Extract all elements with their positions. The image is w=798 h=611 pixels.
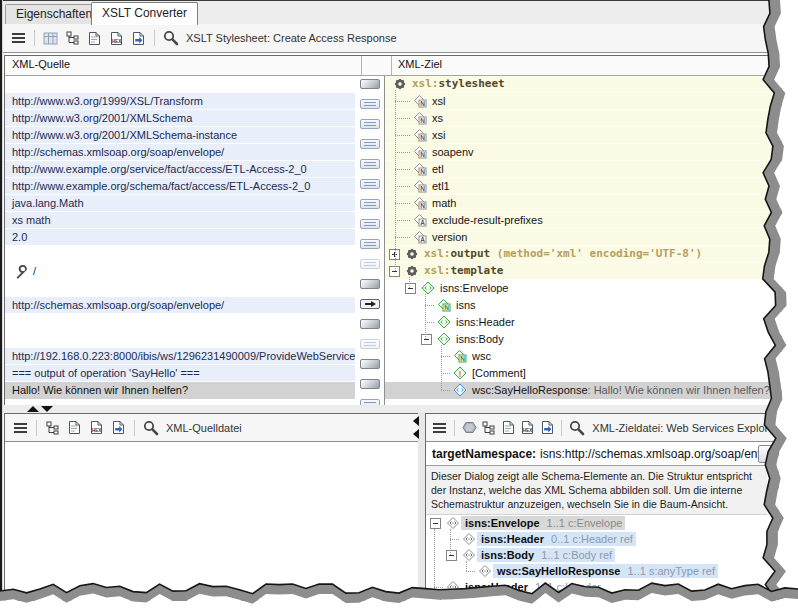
splitter-collapse-left2-icon[interactable] <box>413 429 419 439</box>
mapping-lines-faint-button[interactable] <box>360 259 380 269</box>
doc-icon[interactable] <box>86 30 103 47</box>
mapping-solid-button[interactable] <box>360 79 380 89</box>
source-row[interactable]: http://www.w3.org/1999/XSL/Transform <box>5 93 355 110</box>
target-tree-row[interactable]: xsl:stylesheet <box>385 76 781 93</box>
mapping-lines-button[interactable] <box>360 239 380 249</box>
collapse-icon[interactable] <box>421 334 432 345</box>
mapping-solid-button[interactable] <box>360 319 380 329</box>
source-row[interactable]: 2.0 <box>5 229 355 246</box>
toolbar-separator <box>134 420 135 436</box>
schema-tree-row[interactable]: isns:Body1..1 c:Body ref <box>426 547 778 563</box>
splitter-collapse-up-icon[interactable] <box>27 406 39 412</box>
target-tree-row[interactable]: xsl:output (method='xml' encoding='UTF-8… <box>385 246 781 263</box>
source-row[interactable] <box>5 331 355 348</box>
source-row[interactable] <box>5 246 355 263</box>
doc-import-icon[interactable] <box>130 30 147 47</box>
search-icon[interactable] <box>162 30 179 47</box>
xml-target-tree: xsl:stylesheet Nxsl Nxs Nxsi Nsoapenv Ne… <box>385 76 781 405</box>
doc-icon[interactable] <box>66 419 83 436</box>
target-tree-row[interactable]: Nxs <box>385 110 781 127</box>
tree-icon[interactable] <box>44 419 61 436</box>
source-row[interactable]: http://192.168.0.223:8000/ibis/ws/129623… <box>5 348 355 365</box>
mapping-arrow-button[interactable] <box>360 299 380 309</box>
doc-import-icon[interactable] <box>110 419 127 436</box>
source-row-selected[interactable]: Hallo! Wie können wir Ihnen helfen? <box>5 382 355 399</box>
doc-hex-icon[interactable]: HEX <box>521 419 535 436</box>
collapse-icon[interactable] <box>405 283 416 294</box>
source-row[interactable] <box>5 76 355 93</box>
target-tree-row[interactable]: Nsoapenv <box>385 144 781 161</box>
target-tree-row[interactable]: Aversion <box>385 229 781 246</box>
tree-connector <box>441 373 450 374</box>
xml-ziel-header: XML-Ziel <box>392 56 781 75</box>
source-row[interactable]: http://schemas.xmlsoap.org/soap/envelope… <box>5 297 355 314</box>
source-row[interactable]: http://schemas.xmlsoap.org/soap/envelope… <box>5 144 355 161</box>
tree-icon[interactable] <box>64 30 81 47</box>
target-tree-row[interactable]: isns:Envelope <box>385 280 781 297</box>
source-row[interactable]: / <box>5 263 355 280</box>
mapping-lines-button[interactable] <box>360 219 380 229</box>
source-row[interactable]: xs math <box>5 212 355 229</box>
schema-tree-row[interactable]: isns:Envelope1..1 c:Envelope <box>426 515 778 531</box>
splitter-collapse-down-icon[interactable] <box>41 406 53 412</box>
target-tree-row[interactable]: Nmath <box>385 195 781 212</box>
menu-icon[interactable] <box>10 30 27 47</box>
source-row[interactable]: http://www.example.org/schema/fact/acces… <box>5 178 355 195</box>
expand-icon[interactable] <box>430 598 441 609</box>
schema-tree-row[interactable]: isns:Header0..1 c:Header ref <box>426 531 778 547</box>
splitter-collapse-left-icon[interactable] <box>413 416 419 426</box>
mapping-solid-button[interactable] <box>360 279 380 289</box>
tree-icon[interactable] <box>482 419 496 436</box>
search-icon[interactable] <box>142 419 159 436</box>
doc-hex-icon[interactable]: HEX <box>108 30 125 47</box>
source-row[interactable]: http://www.w3.org/2001/XMLSchema-instanc… <box>5 127 355 144</box>
mapping-lines-button[interactable] <box>360 159 380 169</box>
schema-tree-row[interactable] <box>426 595 778 611</box>
target-tree-row[interactable]: Nxsi <box>385 127 781 144</box>
doc-hex-icon[interactable]: HEX <box>88 419 105 436</box>
schema-tree-row[interactable]: isns:Header1..1 c:Header <box>426 579 778 595</box>
schema-tree-row[interactable]: wsc:SayHelloResponse1..1 s:anyType ref <box>426 563 778 579</box>
horizontal-splitter[interactable] <box>3 405 780 413</box>
target-tree-row[interactable]: Nisns <box>385 297 781 314</box>
vertical-splitter[interactable] <box>418 413 425 599</box>
menu-icon[interactable] <box>12 419 29 436</box>
tree-node-label: version <box>432 229 467 245</box>
hexagon-icon[interactable] <box>462 419 477 436</box>
mapping-lines-button[interactable] <box>360 139 380 149</box>
collapse-icon[interactable] <box>446 550 457 561</box>
namespace-edit-button[interactable] <box>758 445 776 463</box>
top-toolbar: HEX XSLT Stylesheet: Create Access Respo… <box>3 24 787 53</box>
source-row[interactable] <box>5 314 355 331</box>
collapse-icon[interactable] <box>430 518 441 529</box>
source-row[interactable]: === output of operation 'SayHello' === <box>5 365 355 382</box>
mapping-lines-button[interactable] <box>360 179 380 189</box>
target-tree-row[interactable]: Aexclude-result-prefixes <box>385 212 781 229</box>
target-tree-row[interactable]: isns:Header <box>385 314 781 331</box>
mapping-lines-button[interactable] <box>360 99 380 109</box>
mapping-solid-button[interactable] <box>360 359 380 369</box>
mapping-lines-faint-button[interactable] <box>360 339 380 349</box>
target-tree-row[interactable]: isns:Body <box>385 331 781 348</box>
mapping-lines-button[interactable] <box>360 199 380 209</box>
doc-icon[interactable] <box>502 419 516 436</box>
target-tree-row[interactable]: xsl:template <box>385 263 781 280</box>
source-row[interactable]: http://www.w3.org/2001/XMLSchema <box>5 110 355 127</box>
target-tree-row[interactable]: Netl1 <box>385 178 781 195</box>
target-tree-row[interactable]: Netl <box>385 161 781 178</box>
source-row[interactable]: http://www.example.org/service/fact/acce… <box>5 161 355 178</box>
tree-connector <box>395 118 410 119</box>
search-icon[interactable] <box>569 419 585 436</box>
mapping-lines-button[interactable] <box>360 119 380 129</box>
tab-eigenschaften[interactable]: Eigenschaften <box>5 4 103 24</box>
doc-import-icon[interactable] <box>540 419 554 436</box>
source-row[interactable] <box>5 280 355 297</box>
tree-connector <box>395 203 410 204</box>
tab-xslt-converter[interactable]: XSLT Converter <box>91 2 198 25</box>
menu-icon[interactable] <box>433 419 447 436</box>
source-file-content[interactable] <box>5 442 419 599</box>
source-row[interactable]: java.lang.Math <box>5 195 355 212</box>
mapping-solid-button[interactable] <box>360 379 380 389</box>
target-tree-row[interactable]: Nxsl <box>385 93 781 110</box>
grid-icon[interactable] <box>42 30 59 47</box>
